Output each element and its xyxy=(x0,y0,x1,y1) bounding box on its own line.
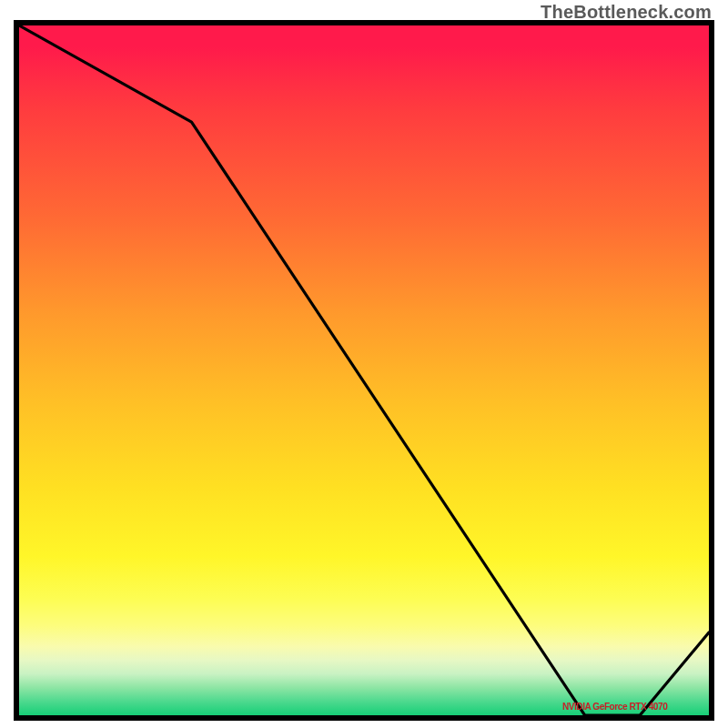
line-series xyxy=(19,25,709,715)
x-axis-annotation: NVIDIA GeForce RTX 4070 xyxy=(562,702,667,712)
plot-frame: NVIDIA GeForce RTX 4070 xyxy=(14,20,714,721)
chart-container: TheBottleneck.com NVIDIA GeForce RTX 407… xyxy=(0,0,728,728)
